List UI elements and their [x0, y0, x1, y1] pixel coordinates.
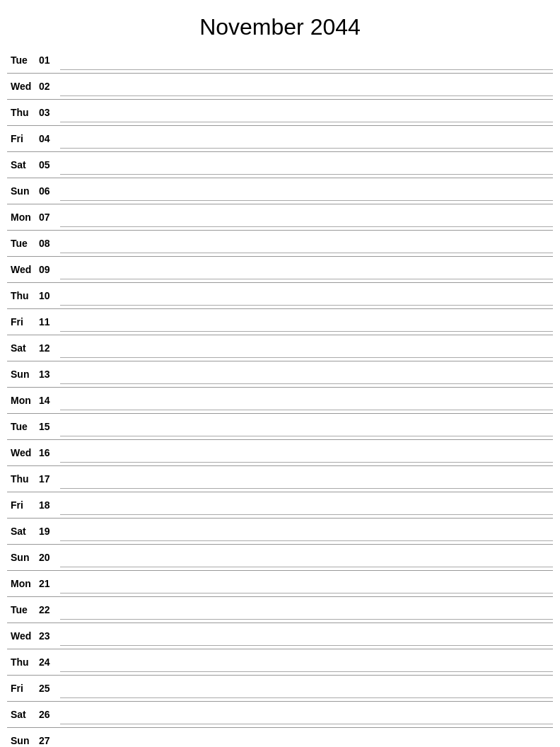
- day-name: Fri: [7, 316, 39, 328]
- day-lines: [60, 705, 553, 724]
- day-name: Thu: [7, 656, 39, 668]
- day-lines: [60, 129, 553, 149]
- day-row: Wed23: [7, 623, 553, 649]
- write-line: [60, 217, 553, 227]
- write-line: [60, 322, 553, 332]
- day-name: Fri: [7, 133, 39, 144]
- day-lines: [60, 521, 553, 541]
- day-lines: [60, 103, 553, 122]
- write-line: [60, 191, 553, 201]
- day-name: Tue: [7, 421, 39, 432]
- day-row: Tue08: [7, 231, 553, 257]
- write-line: [60, 400, 553, 410]
- day-number: 15: [39, 421, 60, 432]
- day-number: 26: [39, 709, 60, 720]
- day-name: Sun: [7, 185, 39, 197]
- day-number: 05: [39, 159, 60, 170]
- day-number: 02: [39, 81, 60, 92]
- day-number: 23: [39, 630, 60, 642]
- day-number: 04: [39, 133, 60, 144]
- day-lines: [60, 443, 553, 463]
- day-number: 13: [39, 369, 60, 380]
- write-line: [60, 165, 553, 175]
- write-line: [60, 348, 553, 358]
- day-number: 17: [39, 473, 60, 485]
- day-row: Sat05: [7, 152, 553, 178]
- day-row: Wed09: [7, 257, 553, 283]
- day-name: Tue: [7, 238, 39, 249]
- write-line: [60, 139, 553, 149]
- day-name: Sat: [7, 526, 39, 537]
- day-number: 03: [39, 107, 60, 118]
- day-number: 24: [39, 656, 60, 668]
- write-line: [60, 479, 553, 489]
- day-row: Sat26: [7, 702, 553, 728]
- write-line: [60, 270, 553, 279]
- day-number: 27: [39, 735, 60, 746]
- day-number: 12: [39, 342, 60, 354]
- write-line: [60, 636, 553, 646]
- day-row: Tue22: [7, 597, 553, 623]
- day-name: Fri: [7, 499, 39, 511]
- day-number: 09: [39, 264, 60, 275]
- day-lines: [60, 312, 553, 332]
- day-row: Sun13: [7, 361, 553, 388]
- write-line: [60, 112, 553, 122]
- day-lines: [60, 469, 553, 489]
- write-line: [60, 714, 553, 724]
- day-lines: [60, 731, 553, 747]
- day-number: 21: [39, 578, 60, 589]
- day-number: 08: [39, 238, 60, 249]
- day-lines: [60, 338, 553, 358]
- day-number: 07: [39, 212, 60, 223]
- page-title: November 2044: [0, 0, 560, 47]
- day-name: Sun: [7, 552, 39, 563]
- day-name: Sun: [7, 369, 39, 380]
- day-name: Sat: [7, 709, 39, 720]
- write-line: [60, 531, 553, 541]
- write-line: [60, 584, 553, 593]
- day-row: Mon14: [7, 388, 553, 414]
- day-lines: [60, 417, 553, 436]
- day-name: Tue: [7, 604, 39, 615]
- day-row: Sun27: [7, 728, 553, 747]
- write-line: [60, 453, 553, 463]
- day-lines: [60, 260, 553, 279]
- day-row: Sat19: [7, 519, 553, 545]
- day-lines: [60, 50, 553, 70]
- write-line: [60, 505, 553, 515]
- day-row: Thu03: [7, 100, 553, 126]
- day-lines: [60, 390, 553, 410]
- day-name: Fri: [7, 683, 39, 694]
- day-name: Wed: [7, 630, 39, 642]
- day-number: 18: [39, 499, 60, 511]
- day-name: Wed: [7, 447, 39, 458]
- day-name: Wed: [7, 264, 39, 275]
- day-lines: [60, 678, 553, 698]
- write-line: [60, 296, 553, 306]
- day-name: Mon: [7, 395, 39, 406]
- day-row: Fri11: [7, 309, 553, 335]
- day-name: Sat: [7, 342, 39, 354]
- day-lines: [60, 626, 553, 646]
- day-number: 22: [39, 604, 60, 615]
- write-line: [60, 741, 553, 747]
- day-number: 19: [39, 526, 60, 537]
- day-number: 16: [39, 447, 60, 458]
- day-number: 01: [39, 54, 60, 66]
- day-number: 25: [39, 683, 60, 694]
- day-lines: [60, 574, 553, 593]
- day-name: Mon: [7, 578, 39, 589]
- write-line: [60, 60, 553, 70]
- day-row: Fri04: [7, 126, 553, 152]
- day-number: 20: [39, 552, 60, 563]
- day-name: Thu: [7, 473, 39, 485]
- day-row: Fri18: [7, 492, 553, 519]
- day-lines: [60, 76, 553, 96]
- write-line: [60, 610, 553, 620]
- day-row: Sun20: [7, 545, 553, 571]
- day-lines: [60, 181, 553, 201]
- day-number: 14: [39, 395, 60, 406]
- day-name: Thu: [7, 290, 39, 301]
- day-row: Thu10: [7, 283, 553, 309]
